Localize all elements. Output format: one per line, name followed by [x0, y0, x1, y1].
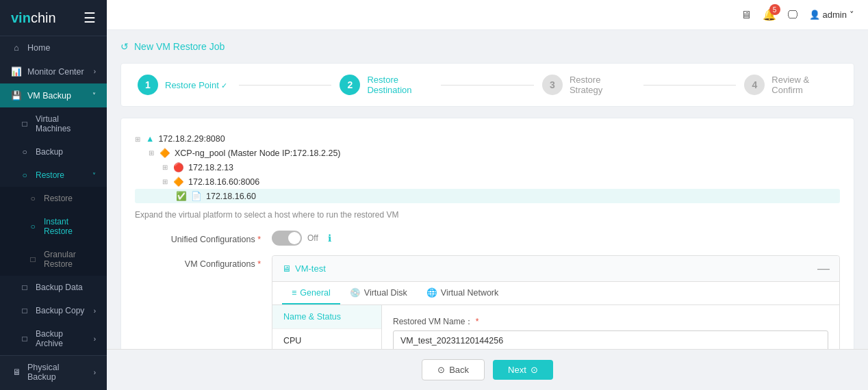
- expand-icon[interactable]: ⊞: [162, 178, 168, 185]
- notifications-icon[interactable]: 🖥: [741, 9, 752, 21]
- sidebar-item-physical-backup[interactable]: 🖥 Physical Backup ›: [0, 356, 107, 389]
- sidebar-item-virtual-machines[interactable]: □ Virtual Machines: [0, 107, 107, 140]
- next-icon: ⊙: [531, 365, 538, 375]
- tree-item-0[interactable]: ⊞ ▲ 172.18.2.29:8080: [135, 132, 840, 146]
- sidebar-item-monitor[interactable]: 📊 Monitor Center ›: [0, 60, 107, 83]
- sidebar-item-label: Restore: [44, 194, 73, 203]
- main-area: 🖥 🔔 5 🖵 👤 admin ˅ ↺ New VM Restore Job 1: [107, 0, 868, 390]
- step-4: 4 Review & Confirm: [744, 75, 837, 95]
- nav-item-name-status[interactable]: Name & Status: [272, 305, 381, 329]
- restore-sub-icon: ○: [27, 194, 38, 203]
- chevron-right-icon: ›: [94, 369, 96, 376]
- sidebar-item-restore-sub[interactable]: ○ Restore: [0, 187, 107, 210]
- page-title: New VM Restore Job: [134, 41, 225, 52]
- unified-config-label: Unified Configurations *: [135, 231, 272, 244]
- user-menu[interactable]: 👤 admin ˅: [809, 10, 854, 20]
- sidebar-item-label: Backup Copy: [36, 306, 84, 315]
- expand-icon[interactable]: ⊞: [162, 164, 168, 171]
- sidebar-item-instant-restore[interactable]: ○ Instant Restore: [0, 210, 107, 243]
- back-button[interactable]: ⊙ Back: [422, 359, 485, 380]
- vm-config-header: 🖥 VM-test —: [272, 256, 839, 282]
- nav-label: Name & Status: [283, 312, 341, 322]
- vm-backup-icon: 💾: [11, 90, 22, 101]
- tree-item-1[interactable]: ⊞ 🔶 XCP-ng_pool (Master Node IP:172.18.2…: [135, 146, 840, 160]
- step-1-label: Restore Point ✓: [165, 80, 227, 90]
- username-label: admin: [823, 10, 847, 20]
- granular-restore-icon: □: [27, 255, 38, 264]
- expand-icon[interactable]: ⊞: [135, 135, 140, 143]
- tree-item-4[interactable]: ✅ 📄 172.18.16.60: [135, 189, 840, 203]
- logo: vinchin ☰: [0, 0, 107, 36]
- required-mark: *: [257, 235, 261, 244]
- chevron-right-icon: ›: [94, 307, 96, 315]
- toggle-switch[interactable]: [272, 231, 302, 246]
- sidebar-item-backup-data[interactable]: □ Backup Data: [0, 276, 107, 299]
- tree-item-label: 172.18.16.60:8006: [188, 177, 259, 187]
- node-icon: 📄: [191, 191, 202, 201]
- step-divider-1: [239, 85, 332, 86]
- restore-submenu: ○ Restore ○ Instant Restore □ Granular R…: [0, 187, 107, 276]
- sidebar-item-backup[interactable]: ○ Backup: [0, 140, 107, 164]
- back-label: Back: [449, 365, 469, 375]
- sidebar-item-granular-restore[interactable]: □ Granular Restore: [0, 243, 107, 276]
- sidebar-item-backup-copy[interactable]: □ Backup Copy ›: [0, 299, 107, 322]
- sidebar-item-restore[interactable]: ○ Restore ˅: [0, 164, 107, 187]
- user-icon: 👤: [809, 10, 820, 20]
- step-divider-3: [643, 85, 737, 86]
- page-header: ↺ New VM Restore Job: [120, 41, 854, 52]
- sidebar-item-label: Backup Data: [36, 283, 83, 292]
- restored-vm-name-field: Restored VM Name： *: [393, 316, 828, 349]
- alert-icon[interactable]: 🔔 5: [763, 8, 776, 21]
- monitor-topbar-icon[interactable]: 🖵: [787, 9, 798, 21]
- sidebar: vinchin ☰ ⌂ Home 📊 Monitor Center › 💾 VM…: [0, 0, 107, 390]
- sidebar-item-home[interactable]: ⌂ Home: [0, 36, 107, 60]
- home-icon: ⌂: [11, 43, 22, 53]
- chevron-down-icon: ˅: [850, 10, 854, 20]
- vm-config-label: VM Configurations *: [135, 255, 272, 269]
- chevron-right-icon: ›: [94, 335, 96, 343]
- step-4-number: 4: [744, 75, 765, 95]
- tab-virtual-disk[interactable]: 💿 Virtual Disk: [340, 282, 417, 304]
- notification-badge: 5: [769, 4, 780, 15]
- tree-item-label: 172.18.2.13: [188, 163, 233, 172]
- pool-icon: 🔶: [159, 148, 170, 158]
- tree-item-label: 172.18.2.29:8080: [158, 134, 225, 144]
- back-icon: ⊙: [437, 365, 445, 375]
- tab-general[interactable]: ≡ General: [282, 282, 340, 304]
- hamburger-icon[interactable]: ☰: [84, 10, 96, 26]
- toggle-knob: [288, 232, 301, 244]
- tree-item-2[interactable]: ⊞ 🔴 172.18.2.13: [135, 160, 840, 174]
- sidebar-item-label: VM Backup: [27, 91, 71, 101]
- sidebar-item-label: Backup: [36, 147, 63, 157]
- restored-vm-name-input[interactable]: [393, 330, 828, 349]
- sidebar-item-backup-archive[interactable]: □ Backup Archive ›: [0, 322, 107, 355]
- sidebar-item-label: Home: [27, 43, 50, 53]
- sidebar-sub-menu: □ Virtual Machines ○ Backup ○ Restore ˅ …: [0, 107, 107, 355]
- host2-icon: 🔶: [173, 177, 184, 187]
- vm-config-box: 🖥 VM-test — ≡ General: [272, 255, 840, 349]
- tree-item-3[interactable]: ⊞ 🔶 172.18.16.60:8006: [135, 174, 840, 189]
- collapse-icon[interactable]: —: [817, 261, 830, 276]
- sidebar-item-label: Restore: [36, 170, 64, 180]
- step-4-label: Review & Confirm: [771, 75, 837, 95]
- sidebar-item-label: Backup Archive: [36, 329, 88, 348]
- check-icon: ✅: [176, 191, 187, 201]
- step-2-label: Restore Destination: [367, 75, 433, 95]
- general-icon: ≡: [292, 288, 296, 298]
- checkmark-icon: ✓: [221, 81, 227, 90]
- info-icon[interactable]: ℹ: [328, 233, 331, 244]
- tab-label: Virtual Network: [441, 288, 499, 298]
- next-button[interactable]: Next ⊙: [493, 360, 553, 380]
- tab-label: General: [300, 288, 330, 298]
- nav-item-cpu[interactable]: CPU: [272, 329, 381, 349]
- step-2: 2 Restore Destination: [340, 75, 433, 95]
- vm-config-value: 🖥 VM-test — ≡ General: [272, 255, 840, 349]
- unified-toggle: Off ℹ: [272, 231, 840, 246]
- tab-virtual-network[interactable]: 🌐 Virtual Network: [417, 282, 509, 304]
- vm-icon: □: [19, 119, 30, 129]
- logo-text: vinchin: [11, 10, 56, 26]
- expand-icon[interactable]: ⊞: [149, 149, 154, 157]
- sidebar-item-vm-backup[interactable]: 💾 VM Backup ˅: [0, 83, 107, 107]
- tab-label: Virtual Disk: [364, 288, 407, 298]
- tree-item-label: 172.18.16.60: [206, 192, 256, 201]
